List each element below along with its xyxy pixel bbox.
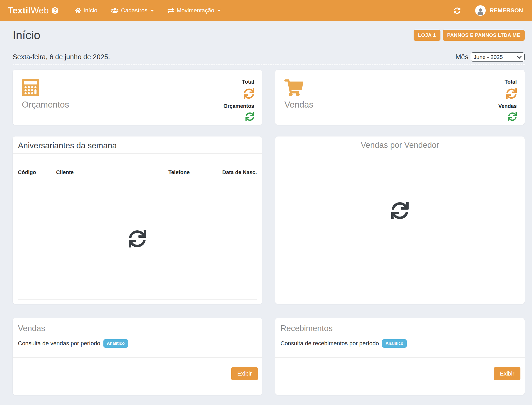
budgets-card-title: Orçamentos xyxy=(22,100,69,110)
store-button[interactable]: LOJA 1 xyxy=(414,30,440,41)
caret-down-icon xyxy=(150,8,154,13)
sales-report-footer: Exibir xyxy=(13,357,262,395)
metric-label: Orçamentos xyxy=(223,103,254,109)
home-icon xyxy=(75,7,81,14)
report-description: Consulta de vendas por período xyxy=(18,340,100,347)
total-label: Total xyxy=(242,79,254,85)
nav-item-label: Início xyxy=(84,7,98,14)
sales-card-title: Vendas xyxy=(284,100,313,110)
avatar-person-icon xyxy=(478,8,483,15)
nav-item-label: Cadastros xyxy=(121,7,147,14)
nav-item-label: Movimentação xyxy=(177,7,214,14)
budgets-summary-right: Total Orçamentos xyxy=(223,79,254,125)
refresh-icon[interactable] xyxy=(454,7,460,14)
top-navbar: TextilWeb Início Cadastros Movimentação … xyxy=(0,0,532,21)
month-filter: Mês June - 2025 xyxy=(455,52,525,62)
loading-sync-icon xyxy=(506,88,517,99)
page-title: Início xyxy=(13,29,40,42)
column-header-telefone: Telefone xyxy=(168,162,216,179)
receipts-report-card: Recebimentos Consulta de recebimentos po… xyxy=(275,318,525,395)
header-buttons: LOJA 1 PANNOS E PANNOS LTDA ME xyxy=(414,30,525,41)
report-title: Vendas xyxy=(18,324,257,333)
user-name[interactable]: REMERSON xyxy=(490,7,523,14)
table-loading-row xyxy=(18,179,257,299)
loading-sync-icon xyxy=(508,112,517,121)
analytic-badge: Analítico xyxy=(382,339,407,348)
reports-row: Vendas Consulta de vendas por período An… xyxy=(13,318,525,395)
sales-summary-left: Vendas xyxy=(284,79,313,125)
birthdays-panel: Aniversariantes da semana Código Cliente… xyxy=(13,136,262,304)
caret-down-icon xyxy=(217,8,221,13)
brand-text: TextilWeb xyxy=(8,6,49,16)
question-circle-icon[interactable] xyxy=(52,7,58,14)
report-description-row: Consulta de vendas por período Analítico xyxy=(18,339,257,348)
vendor-sales-panel: Vendas por Vendedor xyxy=(275,136,525,304)
nav-right: REMERSON xyxy=(454,5,523,16)
panels-row: Aniversariantes da semana Código Cliente… xyxy=(13,136,525,304)
report-description: Consulta de recebimentos por período xyxy=(280,340,379,347)
users-icon xyxy=(111,7,118,14)
brand-logo[interactable]: TextilWeb xyxy=(8,6,58,16)
table-spacer-row xyxy=(18,154,257,162)
loading-sync-icon xyxy=(129,230,146,247)
page-content: Início LOJA 1 PANNOS E PANNOS LTDA ME Se… xyxy=(0,21,532,395)
vendor-sales-title: Vendas por Vendedor xyxy=(361,136,439,150)
report-title: Recebimentos xyxy=(280,324,519,333)
table-header-row: Código Cliente Telefone Data de Nasc. xyxy=(18,162,257,179)
birthdays-panel-title: Aniversariantes da semana xyxy=(13,136,262,154)
date-row: Sexta-feira, 6 de junho de 2025. Mês Jun… xyxy=(13,52,525,65)
shopping-cart-icon xyxy=(284,79,303,96)
report-description-row: Consulta de recebimentos por período Ana… xyxy=(280,339,519,348)
nav-menu: Início Cadastros Movimentação xyxy=(75,7,221,14)
sales-report-body: Vendas Consulta de vendas por período An… xyxy=(13,318,262,357)
loading-sync-icon xyxy=(245,112,254,121)
receipts-report-footer: Exibir xyxy=(275,357,525,395)
birthdays-table: Código Cliente Telefone Data de Nasc. xyxy=(18,154,257,300)
nav-item-movimentacao[interactable]: Movimentação xyxy=(168,7,221,14)
loading-sync-icon xyxy=(244,88,254,99)
calculator-icon xyxy=(22,79,39,96)
summary-row: Orçamentos Total Orçamentos Vendas Total… xyxy=(13,70,525,125)
month-label: Mês xyxy=(455,53,468,61)
page-header: Início LOJA 1 PANNOS E PANNOS LTDA ME xyxy=(13,29,525,42)
show-button[interactable]: Exibir xyxy=(231,367,258,380)
nav-item-inicio[interactable]: Início xyxy=(75,7,98,14)
column-header-cliente: Cliente xyxy=(56,162,168,179)
current-date: Sexta-feira, 6 de junho de 2025. xyxy=(13,53,110,61)
company-button[interactable]: PANNOS E PANNOS LTDA ME xyxy=(443,30,525,41)
metric-label: Vendas xyxy=(498,103,517,109)
show-button[interactable]: Exibir xyxy=(494,367,520,380)
sales-summary-card: Vendas Total Vendas xyxy=(275,70,525,125)
exchange-icon xyxy=(168,7,174,14)
sales-summary-right: Total Vendas xyxy=(498,79,517,125)
loading-sync-icon xyxy=(391,202,409,219)
receipts-report-body: Recebimentos Consulta de recebimentos po… xyxy=(275,318,525,357)
avatar[interactable] xyxy=(475,5,486,16)
budgets-summary-card: Orçamentos Total Orçamentos xyxy=(13,70,262,125)
column-header-data-nasc: Data de Nasc. xyxy=(216,162,257,179)
analytic-badge: Analítico xyxy=(103,339,128,348)
nav-item-cadastros[interactable]: Cadastros xyxy=(111,7,154,14)
total-label: Total xyxy=(505,79,517,85)
column-header-codigo: Código xyxy=(18,162,56,179)
month-select[interactable]: June - 2025 xyxy=(471,52,525,62)
budgets-summary-left: Orçamentos xyxy=(22,79,69,125)
month-select-wrap: June - 2025 xyxy=(471,52,525,62)
sales-report-card: Vendas Consulta de vendas por período An… xyxy=(13,318,262,395)
